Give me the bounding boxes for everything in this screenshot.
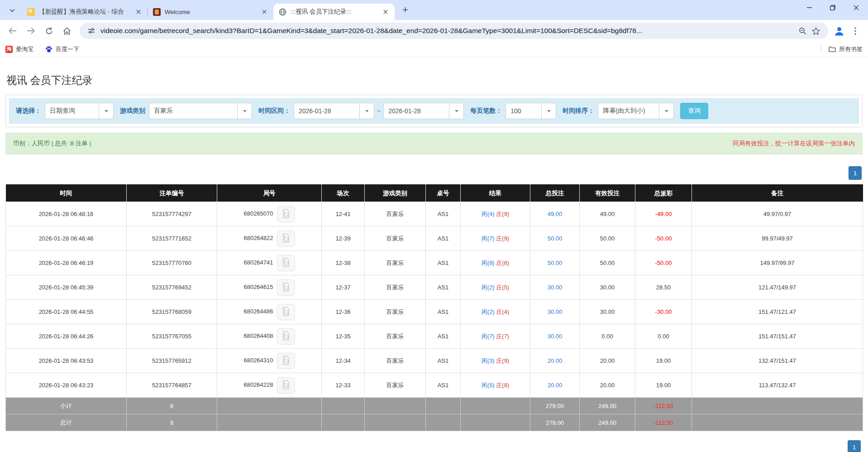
cell-payout: 19.00 bbox=[635, 373, 692, 398]
result-player: 闲(5) bbox=[482, 382, 495, 389]
cell-game-type: 百家乐 bbox=[365, 226, 426, 251]
date-range-label: 时间区间： bbox=[258, 107, 290, 115]
table-row: 2026-01-28 06:45:39523157769452680264615… bbox=[6, 275, 863, 300]
bookmark-taobao[interactable]: 淘 爱淘宝 bbox=[5, 45, 33, 53]
sort-value: 降幂(由大到小) bbox=[598, 107, 659, 115]
all-bookmarks-button[interactable]: 所有书签 bbox=[829, 45, 863, 53]
round-number: 680265070 bbox=[243, 210, 273, 217]
chevron-down-icon bbox=[541, 103, 556, 119]
cell-payout: -50.00 bbox=[635, 226, 692, 251]
header-round: 局号 bbox=[217, 185, 322, 202]
close-tab-icon[interactable] bbox=[134, 7, 143, 16]
tab-welcome[interactable]: Welcome bbox=[148, 4, 273, 20]
browser-menu-button[interactable] bbox=[847, 23, 863, 39]
cell-payout: 0.00 bbox=[635, 324, 692, 349]
video-file-icon bbox=[282, 237, 290, 244]
page-1-button[interactable]: 1 bbox=[849, 166, 862, 180]
video-replay-button[interactable] bbox=[277, 279, 295, 296]
minimize-button[interactable] bbox=[797, 0, 821, 15]
cell-bet-id: 523157765912 bbox=[127, 349, 217, 373]
header-session: 场次 bbox=[322, 185, 365, 202]
site-info-icon[interactable] bbox=[85, 24, 98, 37]
chevron-down-icon bbox=[359, 103, 374, 119]
per-page-select[interactable]: 100 bbox=[506, 103, 556, 119]
cell-time: 2026-01-28 06:48:16 bbox=[6, 202, 127, 226]
window-controls bbox=[797, 0, 868, 15]
video-file-icon bbox=[282, 384, 290, 391]
cell-total-bet: 30.00 bbox=[530, 324, 580, 349]
sort-select[interactable]: 降幂(由大到小) bbox=[598, 103, 674, 119]
cell-remark: 151.47/151.47 bbox=[692, 324, 863, 349]
query-type-value: 日期查询 bbox=[45, 107, 99, 115]
round-number: 680264741 bbox=[243, 259, 273, 266]
video-file-icon bbox=[282, 335, 290, 342]
close-tab-icon[interactable] bbox=[260, 7, 269, 16]
table-row: 2026-01-28 06:44:26523157767055680264408… bbox=[6, 324, 863, 349]
game-type-value: 百家乐 bbox=[149, 107, 237, 115]
bookmark-baidu[interactable]: 百度一下 bbox=[45, 45, 79, 53]
cell-time: 2026-01-28 06:44:26 bbox=[6, 324, 127, 349]
cell-game-type: 百家乐 bbox=[365, 275, 426, 300]
cell-bet-id: 523157771652 bbox=[127, 226, 217, 251]
video-replay-button[interactable] bbox=[277, 328, 295, 345]
per-page-value: 100 bbox=[506, 107, 541, 115]
cell-empty bbox=[426, 398, 461, 414]
restore-button[interactable] bbox=[821, 0, 844, 15]
address-bar[interactable]: videoie.com/game/betrecord_search/kind3?… bbox=[80, 23, 828, 39]
cell-empty bbox=[322, 398, 365, 414]
zoom-icon[interactable] bbox=[796, 24, 809, 38]
video-replay-button[interactable] bbox=[277, 377, 295, 394]
chevron-down-icon bbox=[10, 6, 15, 14]
cell-game-type: 百家乐 bbox=[365, 251, 426, 275]
cell-empty bbox=[692, 414, 863, 431]
tab-forum[interactable]: 【新提醒】海燕策略论坛 - 综合 bbox=[22, 4, 148, 20]
header-payout: 总派彩 bbox=[635, 185, 692, 202]
tab-bet-record[interactable]: :::视讯 会员下注纪录::: bbox=[273, 4, 395, 20]
cell-table-no: AS1 bbox=[426, 324, 461, 349]
video-file-icon bbox=[282, 213, 290, 220]
back-button[interactable] bbox=[5, 23, 21, 39]
video-replay-button[interactable] bbox=[277, 255, 295, 271]
forward-button[interactable] bbox=[23, 23, 39, 39]
home-button[interactable] bbox=[59, 23, 75, 39]
cell-summary-count: 8 bbox=[127, 398, 217, 414]
video-replay-button[interactable] bbox=[277, 206, 295, 222]
table-row: 2026-01-28 06:46:19523157770760680264741… bbox=[6, 251, 863, 275]
round-number: 680264486 bbox=[243, 308, 273, 315]
taobao-icon: 淘 bbox=[5, 46, 13, 53]
cell-game-type: 百家乐 bbox=[365, 202, 426, 226]
game-type-select[interactable]: 百家乐 bbox=[149, 103, 252, 119]
new-tab-button[interactable] bbox=[398, 4, 412, 17]
table-header: 时间 注单编号 局号 场次 游戏类别 桌号 结果 总投注 有效投注 总派彩 备注 bbox=[6, 185, 863, 202]
query-type-select[interactable]: 日期查询 bbox=[45, 103, 114, 119]
video-replay-button[interactable] bbox=[277, 353, 295, 369]
bookmark-label: 百度一下 bbox=[56, 45, 79, 53]
date-end-select[interactable]: 2026-01-28 bbox=[383, 103, 464, 119]
round-number: 680264228 bbox=[243, 381, 273, 388]
video-replay-button[interactable] bbox=[277, 304, 295, 320]
cell-payout: 28.50 bbox=[635, 275, 692, 300]
search-button[interactable]: 查询 bbox=[680, 103, 708, 119]
page-content: 视讯 会员下注纪录 请选择： 日期查询 游戏类别 百家乐 时间区间： 2026-… bbox=[0, 57, 868, 452]
rule-notice: 同局有效投注，统一计算在该局第一张注单内 bbox=[733, 139, 855, 148]
video-replay-button[interactable] bbox=[277, 231, 295, 247]
close-window-button[interactable] bbox=[844, 0, 868, 15]
cell-round: 680264228 bbox=[217, 373, 322, 398]
date-start-select[interactable]: 2026-01-28 bbox=[294, 103, 374, 119]
cell-remark: 113.47/132.47 bbox=[692, 373, 863, 398]
result-banker: 庄(9) bbox=[496, 357, 509, 364]
bookmark-star-icon[interactable] bbox=[809, 24, 823, 38]
close-tab-icon[interactable] bbox=[381, 7, 390, 16]
cell-remark: 49.97/0.97 bbox=[692, 202, 863, 226]
chevron-down-icon bbox=[449, 103, 463, 119]
reload-button[interactable] bbox=[41, 23, 57, 39]
cell-round: 680264741 bbox=[217, 251, 322, 275]
cell-bet-id: 523157768059 bbox=[127, 300, 217, 324]
cell-session: 12-39 bbox=[322, 226, 365, 251]
cell-game-type: 百家乐 bbox=[365, 349, 426, 373]
page-1-button[interactable]: 1 bbox=[848, 440, 861, 452]
tab-search-button[interactable] bbox=[5, 3, 20, 17]
url-text[interactable]: videoie.com/game/betrecord_search/kind3?… bbox=[100, 27, 796, 35]
header-result: 结果 bbox=[461, 185, 530, 202]
profile-avatar[interactable] bbox=[831, 23, 847, 39]
